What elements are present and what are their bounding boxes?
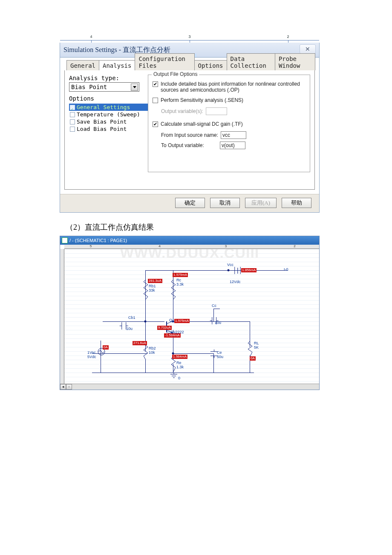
q1-ic: 1.575mA — [174, 319, 190, 323]
current-rl: 0A — [250, 356, 256, 361]
wire — [145, 300, 146, 321]
wire — [173, 353, 213, 354]
label-ce: Ce — [217, 350, 222, 355]
schematic-file-icon — [62, 237, 68, 243]
analysis-left-panel: Analysis type: Bias Point Options Genera… — [69, 75, 148, 172]
cancel-button[interactable]: 取消 — [210, 198, 240, 208]
wire — [101, 360, 101, 373]
ground-label: 0 — [178, 376, 180, 380]
port-i0: I-0 — [284, 267, 288, 272]
option-load-bias-point[interactable]: Load Bias Point — [69, 125, 148, 133]
perform-sens-checkbox[interactable] — [153, 98, 158, 103]
horizontal-scrollbar[interactable]: ◄ ‹ — [60, 384, 319, 390]
calc-tf-checkbox[interactable] — [153, 121, 158, 127]
dialog-body: Analysis type: Bias Point Options Genera… — [64, 70, 315, 190]
vsrc-vdc: 5Vdc — [87, 355, 96, 359]
scroll-left-button[interactable]: ◄ — [60, 384, 66, 390]
tab-options[interactable]: Options — [194, 60, 227, 70]
tab-analysis[interactable]: Analysis — [99, 60, 135, 70]
from-input-field[interactable]: vcc — [221, 131, 246, 139]
schematic-canvas[interactable]: WWW.DUUUX.CUIII 5 4 3 2 — [60, 245, 319, 390]
tabstrip: General Analysis Configuration Files Opt… — [60, 58, 319, 70]
node — [172, 353, 174, 355]
value-rc: 3.3k — [176, 282, 184, 286]
perform-sens-label: Perform Sensitivity analysis (.SENS) — [161, 97, 243, 103]
dialog-button-row: 确定 取消 应用(A) 帮助 — [60, 194, 319, 212]
ground-icon — [170, 373, 178, 380]
ruler-left — [60, 249, 64, 390]
analysis-type-value: Bias Point — [71, 84, 107, 90]
checkbox-icon — [70, 112, 75, 117]
calc-tf-row[interactable]: Calculate small-signal DC gain (.TF) — [153, 121, 306, 127]
option-label: Temperature (Sweep) — [77, 111, 140, 118]
viewer-title: / - (SCHEMATIC1 : PAGE1) — [69, 238, 127, 243]
resistor-rl — [248, 341, 251, 356]
label-rb1: Rb1 — [149, 284, 156, 288]
q1-ie: -1.584mA — [164, 333, 181, 338]
label-q1: Q1 — [169, 318, 174, 322]
current-rc: 1.575mA — [173, 273, 188, 277]
current-vcc-src: 1.856mA — [241, 268, 257, 272]
value-rb2: 10k — [149, 350, 155, 355]
option-general-settings[interactable]: General Settings — [69, 104, 148, 111]
tab-configuration-files[interactable]: Configuration Files — [135, 53, 194, 70]
wire — [145, 360, 146, 373]
tab-data-collection[interactable]: Data Collection — [227, 53, 275, 70]
perform-sens-row[interactable]: Perform Sensitivity analysis (.SENS) — [153, 97, 306, 103]
current-rb2: 271.6uA — [133, 341, 147, 345]
to-output-field[interactable]: v(out) — [220, 142, 245, 149]
option-save-bias-point[interactable]: Save Bias Point — [69, 118, 148, 125]
vsrc-vac: 1Vac — [87, 350, 96, 355]
ok-button[interactable]: 确定 — [175, 198, 205, 208]
viewer-titlebar: / - (SCHEMATIC1 : PAGE1) — [60, 236, 319, 245]
checkbox-icon — [70, 127, 75, 132]
ruler-top: 5 4 3 2 — [64, 245, 319, 249]
include-detailed-label: Include detailed bias point information … — [161, 81, 306, 93]
node — [228, 269, 230, 272]
checkbox-icon — [70, 119, 75, 124]
value-ce: 50u — [217, 355, 223, 359]
output-variable-input — [206, 107, 227, 115]
output-variable-row: Output variable(s): — [161, 107, 306, 115]
label-cb1: Cb1 — [128, 315, 135, 320]
label-cc: Cc — [212, 304, 216, 308]
wire — [103, 321, 164, 322]
value-cc: 10u — [215, 321, 221, 325]
tab-probe-window[interactable]: Probe Window — [275, 53, 315, 70]
options-label: Options — [69, 95, 148, 102]
from-input-row: From Input source name: vcc — [161, 131, 306, 139]
label-rc: Rc — [176, 278, 181, 282]
include-detailed-row[interactable]: Include detailed bias point information … — [153, 81, 306, 93]
value-re: 1.3k — [176, 365, 184, 369]
apply-button[interactable]: 应用(A) — [245, 198, 277, 208]
value-vcc: 12Vdc — [230, 280, 241, 284]
include-detailed-checkbox[interactable] — [153, 81, 158, 87]
label-vcc: Vcc — [227, 263, 233, 267]
value-rb1: 33k — [149, 288, 155, 292]
close-icon: ✕ — [305, 46, 310, 52]
option-label: General Settings — [77, 104, 130, 110]
calc-tf-label: Calculate small-signal DC gain (.TF) — [161, 121, 243, 127]
option-label: Load Bias Point — [77, 126, 127, 132]
output-file-options-legend: Output File Options — [152, 71, 199, 77]
output-variable-label: Output variable(s): — [161, 108, 203, 114]
option-temperature-sweep[interactable]: Temperature (Sweep) — [69, 111, 148, 118]
checkbox-icon — [70, 105, 75, 110]
label-re: Re — [176, 361, 182, 365]
scroll-left-page-button[interactable]: ‹ — [66, 384, 72, 390]
output-file-options-group: Output File Options Include detailed bia… — [148, 75, 310, 172]
resistor-rb1 — [144, 280, 147, 299]
label-rb2: Rb2 — [149, 346, 156, 350]
value-cb1: 10u — [126, 327, 133, 331]
close-button[interactable]: ✕ — [300, 44, 316, 54]
help-button[interactable]: 帮助 — [282, 198, 311, 208]
analysis-type-dropdown[interactable]: Bias Point — [69, 82, 139, 92]
to-output-label: To Output variable: — [161, 142, 217, 148]
tab-general[interactable]: General — [66, 60, 99, 70]
to-output-row: To Output variable: v(out) — [161, 142, 306, 149]
current-re: 1.584mA — [172, 355, 187, 359]
wire — [213, 309, 220, 309]
schematic-viewer: / - (SCHEMATIC1 : PAGE1) WWW.DUUUX.CUIII… — [60, 236, 320, 390]
dropdown-arrow-icon — [131, 84, 138, 91]
q1-ib: 9.732uA — [157, 326, 172, 330]
